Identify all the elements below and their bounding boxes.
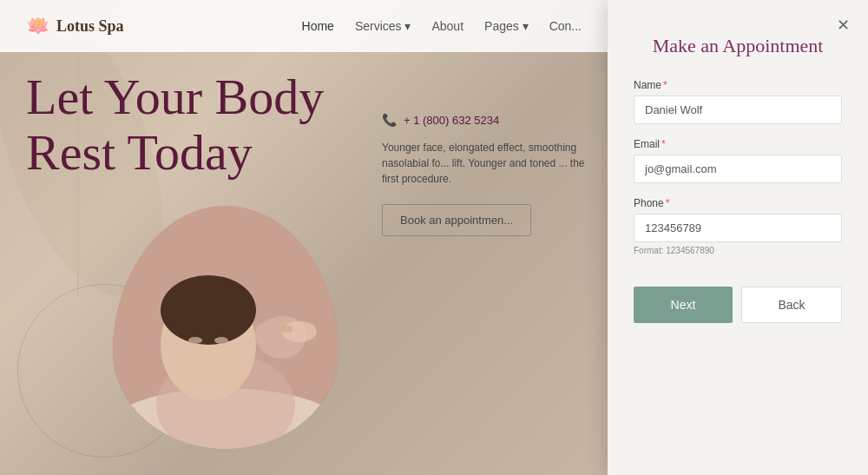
phone-row: 📞 + 1 (800) 632 5234 <box>382 113 590 127</box>
nav-about[interactable]: About <box>431 19 464 33</box>
svg-rect-13 <box>282 326 293 333</box>
nav-services[interactable]: Services ▾ <box>355 19 411 33</box>
hero-title: Let Your Body Rest Today <box>26 69 391 181</box>
name-field-group: Name* <box>634 79 842 124</box>
logo: 🪷 Lotus Spa <box>26 15 124 37</box>
hero-title-line2: Rest Today <box>26 124 253 181</box>
nav-home[interactable]: Home <box>302 19 334 33</box>
name-label: Name* <box>634 79 842 91</box>
modal-title: Make an Appointment <box>634 35 842 57</box>
email-label: Email* <box>634 138 842 150</box>
phone-format-hint: Format: 1234567890 <box>634 246 842 255</box>
book-appointment-button[interactable]: Book an appointmen... <box>382 204 531 236</box>
navbar: 🪷 Lotus Spa Home Services ▾ About Pages … <box>0 0 608 52</box>
next-button[interactable]: Next <box>634 287 733 323</box>
phone-field-group: Phone* Format: 1234567890 <box>634 197 842 255</box>
name-input[interactable] <box>634 96 842 124</box>
svg-point-11 <box>214 337 228 344</box>
nav-links: Home Services ▾ About Pages ▾ Con... <box>302 19 582 33</box>
logo-text: Lotus Spa <box>56 17 124 36</box>
logo-icon: 🪷 <box>26 15 49 37</box>
phone-number: + 1 (800) 632 5234 <box>404 114 499 127</box>
email-input[interactable] <box>634 155 842 183</box>
svg-point-9 <box>161 275 256 345</box>
email-field-group: Email* <box>634 138 842 183</box>
back-button[interactable]: Back <box>741 287 842 323</box>
phone-icon: 📞 <box>382 113 397 127</box>
svg-point-10 <box>188 337 202 344</box>
phone-label: Phone* <box>634 197 842 209</box>
nav-contact[interactable]: Con... <box>549 19 582 33</box>
modal-buttons: Next Back <box>634 287 842 323</box>
hero-content: Let Your Body Rest Today <box>26 69 391 181</box>
appointment-modal: ✕ Make an Appointment Name* Email* Phone… <box>608 0 868 475</box>
hero-description: Younger face, elongated effect, smoothin… <box>382 140 590 187</box>
close-button[interactable]: ✕ <box>831 13 855 37</box>
hero-title-line1: Let Your Body <box>26 69 324 125</box>
right-content: 📞 + 1 (800) 632 5234 Younger face, elong… <box>382 113 590 236</box>
nav-pages[interactable]: Pages ▾ <box>484 19 529 33</box>
phone-input[interactable] <box>634 214 842 242</box>
